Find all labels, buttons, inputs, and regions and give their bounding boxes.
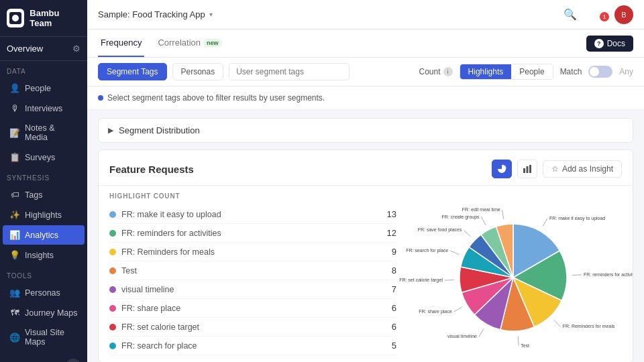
analytics-icon: 📊 (9, 230, 20, 240)
sidebar-item-notes[interactable]: 📝Notes & Media (3, 119, 85, 147)
sidebar-item-label: Journey Maps (25, 308, 78, 318)
docs-button[interactable]: ? Docs (586, 36, 633, 52)
pie-label-line (554, 320, 561, 326)
pie-label: Test (521, 343, 529, 347)
row-dot (109, 343, 116, 349)
gear-icon[interactable]: ⚙ (72, 44, 80, 54)
count-label: Count i (419, 67, 453, 76)
sidebar-item-tags[interactable]: 🏷Tags (3, 185, 85, 204)
sidebar-item-visual[interactable]: 🌐Visual Site Maps (3, 323, 85, 351)
row-name: FR: set calorie target (121, 322, 386, 332)
bar-view-button[interactable] (517, 160, 537, 178)
pie-label-line (543, 218, 547, 226)
sidebar-item-insights[interactable]: 💡Insights (3, 245, 85, 265)
people-icon: 👤 (9, 83, 20, 93)
highlight-count-label: HIGHLIGHT COUNT (109, 192, 396, 200)
notification-badge: 1 (600, 12, 609, 21)
row-count: 13 (387, 209, 396, 219)
feature-requests-header: Feature Requests ☆ Add as Insight (99, 150, 633, 186)
table-row: FR: make it easy to upload 13 (109, 205, 396, 224)
sidebar-item-label: Personas (25, 288, 60, 298)
row-dot (109, 230, 116, 237)
highlights-toggle[interactable]: Highlights (460, 64, 512, 79)
sidebar-item-label: Analytics (25, 231, 58, 240)
svg-rect-2 (523, 168, 525, 173)
sidebar-item-label: Notes & Media (25, 123, 78, 142)
pie-label-line (479, 328, 484, 337)
row-count: 8 (392, 265, 396, 276)
project-title: Sample: Food Tracking App (98, 9, 205, 19)
add-as-insight-button[interactable]: ☆ Add as Insight (543, 160, 622, 178)
highlights-people-toggle: Highlights People (460, 64, 553, 80)
topbar-left: Sample: Food Tracking App ▾ (98, 9, 213, 19)
row-count: 7 (392, 284, 396, 294)
sidebar-item-analytics[interactable]: 📊Analytics (3, 225, 85, 245)
count-info-icon[interactable]: i (443, 67, 453, 76)
row-dot (109, 249, 116, 255)
pie-view-button[interactable] (492, 160, 512, 178)
sidebar-item-label: Surveys (25, 153, 55, 162)
feature-requests-chart: FR: make it easy to uploadFR: reminders … (407, 186, 633, 362)
filter-row: Segment Tags Personas Count i Highlights… (87, 58, 644, 86)
sidebar-section-data: Data (0, 61, 87, 78)
segment-distribution-header[interactable]: ▶ Segment Distribution (99, 119, 633, 142)
sidebar-overview-row[interactable]: Overview ⚙ (0, 37, 87, 61)
feature-requests-panel: Feature Requests ☆ Add as Insight (98, 149, 633, 362)
any-label: Any (619, 67, 633, 76)
sidebar-item-label: Insights (25, 251, 54, 260)
row-dot (109, 267, 116, 274)
pie-label-line (445, 280, 454, 280)
tab-correlation[interactable]: Correlation new (155, 29, 224, 57)
sidebar-section-synthesis: Synthesis (0, 168, 87, 184)
insights-icon: 💡 (9, 250, 20, 260)
pie-label-line (502, 210, 504, 219)
sidebar-item-interviews[interactable]: 🎙Interviews (3, 99, 85, 118)
match-toggle[interactable] (588, 66, 612, 78)
search-icon[interactable]: 🔍 (564, 8, 577, 21)
tabs-bar: Frequency Correlation new ? Docs (87, 29, 644, 58)
pie-label-line (482, 217, 486, 225)
journey-icon: 🗺 (9, 308, 20, 318)
collapse-button[interactable]: ‹ (66, 359, 80, 362)
personas-button[interactable]: Personas (172, 63, 224, 80)
table-row: FR: Reminders for meals 9 (109, 243, 396, 261)
pie-label: FR: save food places (418, 227, 462, 233)
segment-tags-button[interactable]: Segment Tags (98, 63, 167, 80)
table-row: Test 8 (109, 261, 396, 280)
row-name: FR: share place (121, 304, 386, 313)
pie-label-line (450, 251, 459, 254)
table-row: FR: set calorie target 6 (109, 318, 396, 337)
sidebar-item-surveys[interactable]: 📋Surveys (3, 147, 85, 167)
row-name: Test (121, 266, 386, 276)
pie-label: FR: make it easy to upload (549, 215, 605, 221)
row-name: FR: search for place (121, 341, 386, 351)
table-row: FR: search for place 5 (109, 337, 396, 355)
sidebar-item-highlights[interactable]: ✨Highlights (3, 205, 85, 225)
sidebar-item-journey[interactable]: 🗺Journey Maps (3, 303, 85, 322)
pie-label: FR: edit meal time (462, 207, 500, 212)
row-name: FR: make it easy to upload (121, 210, 382, 219)
project-chevron-icon[interactable]: ▾ (209, 11, 213, 18)
topbar: Sample: Food Tracking App ▾ 🔍 🔔 1 B (87, 0, 644, 29)
row-name: FR: Reminders for meals (121, 247, 386, 257)
overview-label: Overview (7, 44, 43, 54)
row-name: FR: reminders for activities (121, 229, 382, 238)
row-name: visual timeline (121, 285, 386, 294)
tab-frequency[interactable]: Frequency (98, 29, 144, 57)
notes-icon: 📝 (9, 128, 20, 138)
feature-requests-body: HIGHLIGHT COUNT FR: make it easy to uplo… (99, 186, 633, 362)
pie-label-line (518, 336, 519, 345)
sidebar-item-personas[interactable]: 👥Personas (3, 283, 85, 302)
sidebar-section-tools: Tools (0, 265, 87, 282)
table-row: visual timeline 7 (109, 280, 396, 299)
sidebar-item-people[interactable]: 👤People (3, 78, 85, 98)
new-badge: new (203, 39, 222, 47)
people-toggle[interactable]: People (511, 64, 552, 79)
sidebar-logo: Bambu Team (0, 0, 87, 37)
row-dot (109, 286, 116, 293)
row-count: 9 (392, 247, 396, 257)
logo-icon (7, 9, 24, 27)
sidebar: Bambu Team Overview ⚙ Data👤People🎙Interv… (0, 0, 87, 362)
segment-tags-input[interactable] (229, 63, 350, 80)
avatar[interactable]: B (614, 5, 633, 24)
